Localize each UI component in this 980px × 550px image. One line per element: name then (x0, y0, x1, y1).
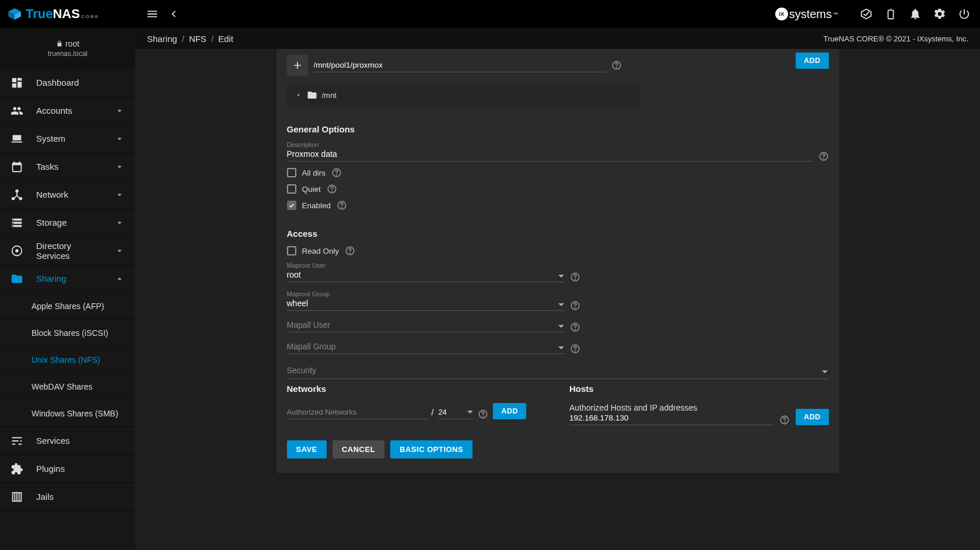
help-icon[interactable] (818, 151, 829, 162)
mapall-user-select[interactable]: Mapall User (287, 319, 564, 332)
chevron-down-icon (114, 134, 125, 144)
clipboard-icon[interactable] (884, 8, 897, 20)
help-icon[interactable] (345, 246, 355, 256)
help-icon[interactable] (327, 184, 337, 194)
quiet-checkbox[interactable] (287, 184, 296, 194)
hosts-input[interactable] (569, 412, 774, 425)
svg-point-28 (575, 329, 575, 330)
svg-point-22 (350, 253, 351, 253)
save-button[interactable]: SAVE (287, 440, 327, 458)
cidr-slash: / (432, 408, 434, 419)
sidebar-sub-webdav[interactable]: WebDAV Shares (0, 373, 135, 400)
help-icon[interactable] (611, 60, 622, 71)
sidebar-sub-smb[interactable]: Windows Shares (SMB) (0, 400, 135, 427)
svg-point-20 (342, 207, 342, 208)
maproot-group-select[interactable]: Maproot Group wheel (287, 290, 564, 311)
alldirs-label: All dirs (302, 169, 326, 177)
breadcrumb-nfs[interactable]: NFS (189, 34, 206, 44)
help-icon[interactable] (570, 344, 580, 354)
sidebar-item-label: Jails (36, 492, 125, 502)
truecommand-icon[interactable] (860, 8, 873, 20)
chevron-down-icon (114, 190, 125, 200)
mapall-user-placeholder: Mapall User (287, 319, 564, 332)
logo-nas: NAS (52, 6, 79, 21)
sidebar-item-jails[interactable]: Jails (0, 483, 135, 511)
calendar-icon (10, 160, 23, 173)
sidebar-item-storage[interactable]: Storage (0, 209, 135, 237)
sidebar-item-services[interactable]: Services (0, 427, 135, 455)
back-chevron-icon[interactable] (167, 8, 180, 20)
sidebar-item-sharing[interactable]: Sharing (0, 265, 135, 293)
sidebar-sub-afp[interactable]: Apple Shares (AFP) (0, 293, 135, 320)
sidebar-item-label: Storage (36, 218, 102, 227)
folder-tree[interactable]: /mnt (287, 83, 640, 107)
enabled-checkbox[interactable] (287, 201, 296, 210)
extension-icon (10, 463, 23, 475)
power-icon[interactable] (958, 8, 971, 20)
mapall-group-select[interactable]: Mapall Group (287, 341, 564, 354)
authorized-networks-input[interactable] (287, 405, 427, 419)
ix-circle-icon: iX (775, 8, 788, 20)
breadcrumb-sharing[interactable]: Sharing (147, 34, 177, 44)
storage-icon (10, 216, 23, 229)
menu-icon[interactable] (146, 8, 159, 20)
svg-point-26 (575, 307, 575, 308)
tree-root-label: /mnt (322, 91, 337, 100)
sidebar: root truenas.local Dashboard Accounts Sy… (0, 28, 135, 550)
add-host-button[interactable]: ADD (796, 409, 829, 425)
help-icon[interactable] (570, 272, 580, 282)
sidebar-sub-iscsi[interactable]: Block Shares (iSCSI) (0, 320, 135, 346)
caret-right-icon (295, 92, 302, 99)
netmask-select[interactable]: 24 (438, 405, 473, 419)
maproot-user-select[interactable]: Maproot User root (287, 262, 564, 282)
security-select[interactable]: Security (287, 362, 829, 379)
sidebar-item-tasks[interactable]: Tasks (0, 153, 135, 181)
sidebar-item-system[interactable]: System (0, 125, 135, 153)
folder-plus-button[interactable] (287, 55, 308, 76)
svg-marker-4 (862, 9, 872, 19)
svg-point-18 (331, 191, 332, 191)
sidebar-item-dashboard[interactable]: Dashboard (0, 69, 135, 97)
sidebar-item-network[interactable]: Network (0, 181, 135, 209)
description-input[interactable] (287, 148, 813, 162)
description-label: Description (287, 141, 813, 148)
sidebar-item-directory-services[interactable]: Directory Services (0, 237, 135, 265)
help-icon[interactable] (570, 300, 580, 311)
sidebar-item-plugins[interactable]: Plugins (0, 455, 135, 483)
svg-point-16 (337, 174, 337, 175)
help-icon[interactable] (779, 415, 790, 425)
ixsystems-logo[interactable]: iX systems™ (775, 8, 838, 21)
svg-point-14 (823, 158, 824, 159)
basic-options-button[interactable]: BASIC OPTIONS (390, 440, 473, 458)
help-icon[interactable] (478, 409, 488, 419)
section-general-title: General Options (287, 124, 829, 134)
logo-sub: CORE (81, 14, 99, 19)
logo-text: TrueNASCORE (26, 6, 99, 22)
gear-icon[interactable] (933, 8, 946, 20)
readonly-checkbox[interactable] (287, 246, 296, 255)
tm: ™ (833, 12, 838, 17)
alldirs-checkbox[interactable] (287, 168, 296, 177)
form-card: ADD /mnt (276, 49, 839, 473)
laptop-icon (10, 132, 23, 145)
enabled-label: Enabled (302, 201, 331, 210)
add-network-button[interactable]: ADD (493, 403, 526, 419)
help-icon[interactable] (570, 322, 580, 332)
quiet-label: Quiet (302, 185, 321, 194)
path-input[interactable] (314, 58, 606, 72)
chevron-down-icon (114, 162, 125, 172)
sidebar-item-accounts[interactable]: Accounts (0, 97, 135, 125)
cancel-button[interactable]: CANCEL (332, 440, 384, 458)
bell-icon[interactable] (909, 8, 922, 20)
add-path-button[interactable]: ADD (796, 52, 829, 69)
help-icon[interactable] (331, 167, 342, 178)
maproot-user-label: Maproot User (287, 262, 564, 269)
help-icon[interactable] (337, 200, 347, 211)
hosts-label: Authorized Hosts and IP addresses (569, 403, 774, 412)
breadcrumb-edit[interactable]: Edit (218, 34, 233, 44)
chevron-down-icon (114, 218, 125, 228)
sidebar-sub-nfs[interactable]: Unix Shares (NFS) (0, 346, 135, 373)
sidebar-item-label: Directory Services (36, 241, 102, 261)
logo[interactable]: TrueNASCORE (7, 6, 99, 22)
mapall-group-placeholder: Mapall Group (287, 341, 564, 354)
